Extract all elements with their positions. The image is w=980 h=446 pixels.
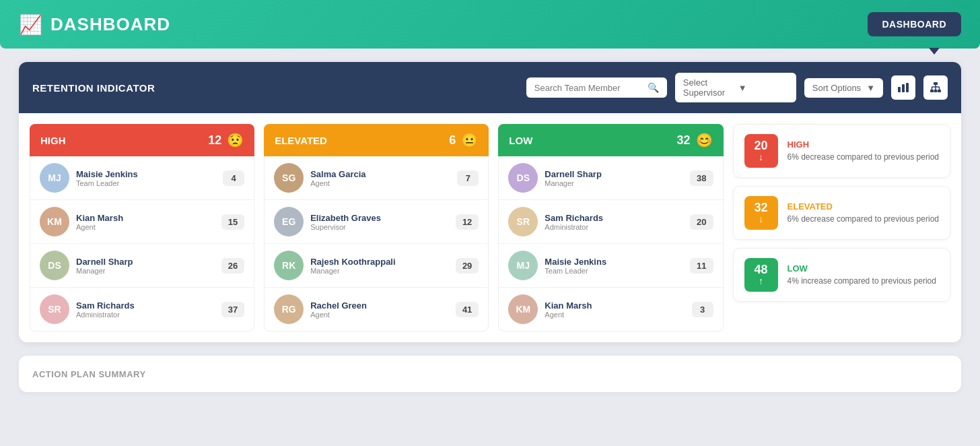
member-row[interactable]: DS Darnell Sharp Manager 26 bbox=[30, 244, 254, 288]
member-row[interactable]: MJ Maisie Jenkins Team Leader 11 bbox=[499, 244, 722, 288]
stat-info-elevated: ELEVATED 6% decrease compared to previou… bbox=[788, 201, 939, 225]
stat-desc-elevated: 6% decrease compared to previous period bbox=[788, 214, 939, 225]
member-row[interactable]: DS Darnell Sharp Manager 38 bbox=[499, 156, 722, 200]
risk-label-high: HIGH bbox=[40, 135, 66, 146]
retention-title: RETENTION INDICATOR bbox=[32, 82, 518, 94]
svg-rect-5 bbox=[934, 90, 938, 92]
member-row[interactable]: RG Rachel Green Agent 41 bbox=[265, 288, 488, 331]
member-info: Sam Richards Administrator bbox=[76, 300, 215, 319]
stat-info-high: HIGH 6% decrease compared to previous pe… bbox=[788, 139, 939, 163]
stat-card-high: 20 ↓ HIGH 6% decrease compared to previo… bbox=[733, 124, 950, 178]
retention-panel: RETENTION INDICATOR 🔍 Select Supervisor … bbox=[19, 62, 961, 342]
member-role: Supervisor bbox=[310, 223, 449, 231]
member-role: Manager bbox=[76, 267, 215, 275]
stat-count-low: 48 bbox=[755, 263, 768, 276]
member-role: Manager bbox=[310, 267, 449, 275]
search-box[interactable]: 🔍 bbox=[526, 77, 667, 98]
member-row[interactable]: MJ Maisie Jenkins Team Leader 4 bbox=[30, 156, 254, 200]
sort-label: Sort Options bbox=[812, 83, 861, 93]
member-score: 29 bbox=[456, 258, 479, 274]
member-info: Darnell Sharp Manager bbox=[76, 257, 215, 275]
stat-label-high: HIGH bbox=[788, 139, 939, 150]
stat-label-low: LOW bbox=[788, 263, 936, 274]
risk-count-low: 32 bbox=[676, 133, 690, 148]
member-row[interactable]: SG Salma Garcia Agent 7 bbox=[265, 156, 488, 200]
risk-body-high: MJ Maisie Jenkins Team Leader 4 KM Kian … bbox=[30, 156, 254, 331]
member-row[interactable]: SR Sam Richards Administrator 37 bbox=[30, 288, 254, 331]
stat-card-elevated: 32 ↓ ELEVATED 6% decrease compared to pr… bbox=[733, 186, 950, 240]
member-role: Agent bbox=[310, 311, 449, 319]
member-score: 11 bbox=[690, 258, 713, 274]
svg-rect-6 bbox=[938, 90, 941, 92]
member-role: Agent bbox=[310, 179, 450, 187]
risk-count-elevated: 6 bbox=[449, 133, 456, 148]
stat-info-low: LOW 4% increase compared to previous per… bbox=[788, 263, 936, 287]
main-content: RETENTION INDICATOR 🔍 Select Supervisor … bbox=[0, 49, 980, 446]
stat-desc-high: 6% decrease compared to previous period bbox=[788, 152, 939, 163]
member-row[interactable]: KM Kian Marsh Agent 15 bbox=[30, 200, 254, 244]
member-info: Salma Garcia Agent bbox=[310, 169, 450, 187]
member-info: Kian Marsh Agent bbox=[76, 213, 215, 231]
svg-rect-0 bbox=[898, 87, 901, 92]
risk-header-low: LOW 32 😊 bbox=[498, 124, 723, 156]
app-title: DASHBOARD bbox=[50, 14, 170, 35]
member-row[interactable]: RK Rajesh Koothrappali Manager 29 bbox=[265, 244, 488, 288]
stat-arrow-elevated: ↓ bbox=[759, 214, 763, 224]
stat-badge-high: 20 ↓ bbox=[744, 134, 778, 168]
risk-body-elevated: SG Salma Garcia Agent 7 EG Elizabeth Gra… bbox=[264, 156, 489, 331]
risk-count-area-high: 12 😟 bbox=[208, 132, 244, 148]
risk-emoji-low: 😊 bbox=[696, 132, 713, 148]
member-info: Rachel Green Agent bbox=[310, 300, 449, 319]
risk-header-high: HIGH 12 😟 bbox=[30, 124, 254, 156]
member-row[interactable]: KM Kian Marsh Agent 3 bbox=[499, 288, 722, 331]
sort-chevron-icon: ▼ bbox=[866, 83, 875, 93]
stat-count-high: 20 bbox=[755, 139, 768, 152]
chart-view-button[interactable] bbox=[891, 75, 915, 100]
dashboard-icon: 📈 bbox=[19, 13, 42, 36]
member-name: Rajesh Koothrappali bbox=[310, 257, 449, 267]
member-name: Maisie Jenkins bbox=[76, 169, 216, 179]
member-row[interactable]: EG Elizabeth Graves Supervisor 12 bbox=[265, 200, 488, 244]
stat-label-elevated: ELEVATED bbox=[788, 201, 939, 212]
dashboard-button[interactable]: DASHBOARD bbox=[868, 12, 962, 36]
member-name: Kian Marsh bbox=[76, 213, 215, 223]
member-row[interactable]: SR Sam Richards Administrator 20 bbox=[499, 200, 722, 244]
member-info: Maisie Jenkins Team Leader bbox=[545, 257, 683, 275]
member-name: Rachel Green bbox=[310, 300, 449, 311]
org-chart-view-button[interactable] bbox=[923, 75, 948, 100]
risk-column-high: HIGH 12 😟 MJ Maisie Jenkins Team Leader … bbox=[30, 124, 254, 331]
member-info: Darnell Sharp Manager bbox=[545, 169, 683, 187]
member-role: Manager bbox=[545, 179, 683, 187]
risk-emoji-high: 😟 bbox=[227, 132, 244, 148]
search-input[interactable] bbox=[534, 83, 642, 93]
member-role: Administrator bbox=[545, 223, 683, 231]
member-score: 15 bbox=[221, 214, 244, 230]
search-icon: 🔍 bbox=[648, 82, 659, 93]
sort-options[interactable]: Sort Options ▼ bbox=[804, 78, 883, 98]
member-name: Sam Richards bbox=[545, 213, 683, 223]
app-header: 📈 DASHBOARD DASHBOARD bbox=[0, 0, 980, 49]
member-score: 26 bbox=[221, 258, 244, 274]
member-role: Team Leader bbox=[76, 179, 216, 187]
member-info: Rajesh Koothrappali Manager bbox=[310, 257, 449, 275]
risk-count-high: 12 bbox=[208, 133, 221, 148]
stat-desc-low: 4% increase compared to previous period bbox=[788, 276, 936, 287]
risk-count-area-elevated: 6 😐 bbox=[449, 132, 478, 148]
risk-header-elevated: ELEVATED 6 😐 bbox=[264, 124, 489, 156]
bar-chart-icon bbox=[897, 82, 909, 94]
risk-body-low: DS Darnell Sharp Manager 38 SR Sam Richa… bbox=[498, 156, 723, 331]
stat-count-elevated: 32 bbox=[755, 201, 768, 214]
member-name: Maisie Jenkins bbox=[545, 257, 683, 267]
member-name: Elizabeth Graves bbox=[310, 213, 449, 223]
svg-rect-1 bbox=[902, 84, 905, 92]
member-score: 12 bbox=[456, 214, 479, 230]
member-name: Darnell Sharp bbox=[76, 257, 215, 267]
chevron-down-icon: ▼ bbox=[738, 83, 788, 93]
member-role: Administrator bbox=[76, 311, 215, 319]
member-name: Darnell Sharp bbox=[545, 169, 683, 179]
svg-rect-3 bbox=[934, 82, 938, 85]
member-score: 38 bbox=[690, 170, 713, 186]
svg-rect-4 bbox=[930, 90, 934, 92]
supervisor-select[interactable]: Select Supervisor ▼ bbox=[675, 73, 796, 102]
stats-panel: 20 ↓ HIGH 6% decrease compared to previo… bbox=[733, 124, 950, 331]
